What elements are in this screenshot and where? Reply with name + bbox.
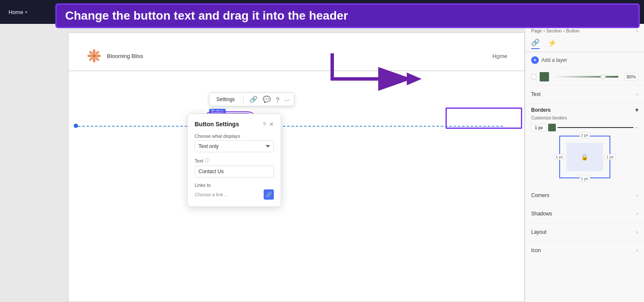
svg-point-2 (93, 58, 95, 63)
canvas: Blooming Bliss Home Settings | 🔗 💬 ? ···… (68, 32, 525, 302)
shadows-label: Shadows (531, 211, 552, 217)
layout-section: Layout › (525, 223, 644, 241)
text-group: Text ⓘ (195, 157, 274, 177)
border-line-style (558, 127, 633, 128)
border-width-input[interactable] (531, 124, 546, 131)
color-row: 80% (525, 68, 644, 85)
button-settings-actions: ? ✕ (263, 121, 274, 128)
icon-chevron: › (636, 247, 638, 253)
panel-tab-action[interactable]: ⚡ (548, 39, 557, 49)
border-outer: 🔒 (559, 136, 610, 178)
svg-point-4 (96, 55, 101, 57)
border-line-chevron[interactable]: – (635, 125, 638, 131)
home-tab-chevron: ▾ (25, 10, 27, 15)
links-to-row: Links to (195, 183, 274, 188)
nav-links: Home (492, 53, 507, 59)
settings-close-icon[interactable]: ✕ (269, 121, 274, 128)
link-icon-button[interactable]: 🔗 (264, 189, 274, 200)
borders-chevron-down[interactable]: ▾ (635, 107, 638, 113)
instruction-text: Change the button text and drag it into … (65, 9, 348, 22)
border-diagram: 🔒 1 px 1 px 1 px 1 px (559, 136, 610, 178)
layout-row[interactable]: Layout › (531, 226, 638, 238)
border-controls: – (531, 124, 638, 131)
choose-link-label: Choose a link ... (195, 192, 228, 197)
website-header: Blooming Bliss Home (69, 41, 524, 71)
borders-label-row: Borders ▾ (531, 107, 638, 113)
add-layer-label: Add a layer (541, 57, 567, 63)
lock-icon[interactable]: 🔒 (581, 154, 588, 160)
instruction-banner: Change the button text and drag it into … (55, 3, 640, 28)
text-section: Text › (525, 85, 644, 103)
border-inner: 🔒 (566, 143, 603, 171)
right-panel: Page › Section › Button › 🔗 ⚡ + Add a la… (525, 24, 644, 302)
toolbar-popup: Settings | 🔗 💬 ? ··· (209, 93, 294, 106)
link-tool-icon[interactable]: 🔗 (250, 96, 258, 103)
text-row[interactable]: Text › (531, 89, 638, 100)
editor-area: ▭ Desktop (Primary) Blooming Bliss (0, 24, 525, 302)
nav-home[interactable]: Home (492, 53, 507, 59)
corners-section: Corners › (525, 186, 644, 204)
border-px-bottom: 1 px (579, 176, 590, 182)
settings-tab[interactable]: Settings (214, 96, 237, 103)
logo-flower-icon (86, 47, 103, 64)
home-tab[interactable]: Home ▾ (4, 6, 32, 18)
corners-chevron: › (636, 192, 638, 198)
logo-text: Blooming Bliss (107, 53, 143, 59)
panel-tab-style[interactable]: 🔗 (531, 38, 540, 49)
panel-breadcrumb: Page › Section › Button (531, 28, 580, 33)
links-to-label: Links to (195, 183, 211, 188)
icon-label: Icon (531, 247, 541, 253)
layout-chevron: › (636, 229, 638, 235)
opacity-slider-container (555, 76, 618, 78)
opacity-slider[interactable] (555, 76, 618, 78)
border-px-top: 1 px (579, 132, 590, 138)
logo-container: Blooming Bliss (86, 47, 143, 64)
border-color-swatch[interactable] (548, 124, 556, 131)
add-layer-button[interactable]: + (531, 56, 539, 64)
icon-section: Icon › (525, 241, 644, 259)
corners-label: Corners (531, 192, 549, 198)
opacity-thumb (601, 74, 606, 79)
displays-label: Choose what displays (195, 134, 274, 139)
home-tab-label: Home (9, 9, 23, 15)
layout-label: Layout (531, 229, 546, 235)
help-tool-icon[interactable]: ? (276, 96, 279, 103)
displays-select[interactable]: Text only (195, 140, 274, 152)
shadows-chevron: › (636, 211, 638, 217)
settings-help-icon[interactable]: ? (263, 121, 266, 128)
text-info-icon: ⓘ (205, 157, 210, 164)
icon-row[interactable]: Icon › (531, 245, 638, 256)
color-checkbox[interactable] (531, 74, 536, 79)
chat-tool-icon[interactable]: 💬 (263, 96, 271, 103)
button-settings-header: Button Settings ? ✕ (195, 121, 274, 128)
borders-section: Borders ▾ Customize borders – 🔒 1 px 1 p… (525, 103, 644, 186)
displays-group: Choose what displays Text only (195, 134, 274, 152)
button-settings-popup: Button Settings ? ✕ Choose what displays… (187, 113, 281, 207)
button-settings-title: Button Settings (195, 121, 239, 128)
svg-point-3 (87, 55, 92, 57)
text-chevron: › (636, 91, 638, 97)
shadows-section: Shadows › (525, 204, 644, 223)
dashed-line (74, 126, 503, 127)
color-swatch[interactable] (540, 72, 549, 81)
customize-borders-label: Customize borders (531, 116, 638, 120)
panel-collapse-icon[interactable]: › (636, 27, 638, 34)
panel-tabs: 🔗 ⚡ (525, 36, 644, 52)
more-tool-icon[interactable]: ··· (285, 96, 290, 103)
shadows-row[interactable]: Shadows › (531, 208, 638, 219)
border-px-right: 1 px (604, 154, 615, 160)
add-layer-row[interactable]: + Add a layer (525, 52, 644, 68)
border-px-left: 1 px (554, 154, 565, 160)
text-label-row: Text ⓘ (195, 157, 274, 164)
text-input[interactable] (195, 166, 274, 177)
text-section-label: Text (531, 91, 540, 97)
opacity-value: 80% (624, 73, 638, 81)
corners-row[interactable]: Corners › (531, 190, 638, 201)
svg-point-1 (93, 49, 95, 54)
